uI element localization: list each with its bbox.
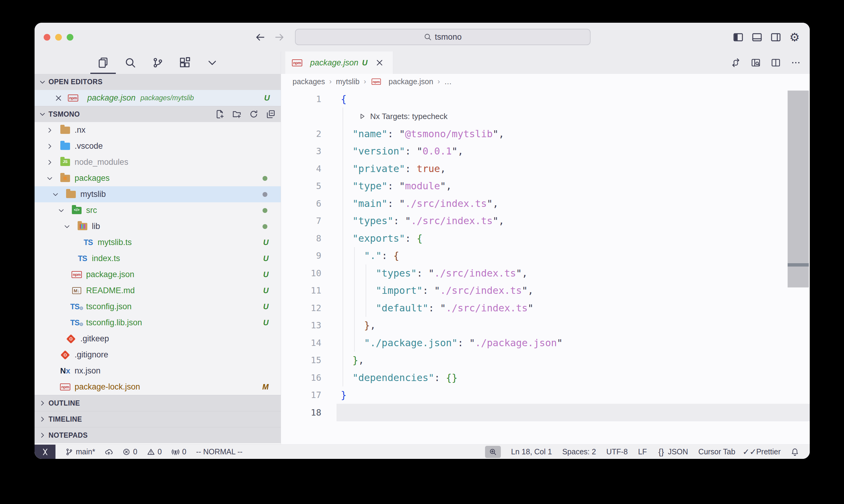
remote-indicator[interactable] <box>35 445 55 459</box>
settings-button[interactable]: ⚙ <box>789 32 800 43</box>
close-icon[interactable] <box>55 94 63 102</box>
open-preview-button[interactable] <box>751 58 761 68</box>
code-line-11[interactable]: 11 "import": "./src/index.ts", <box>281 282 810 300</box>
code-line-12[interactable]: 12 "default": "./src/index.ts" <box>281 299 810 317</box>
status-indentation[interactable]: Spaces: 2 <box>562 447 596 456</box>
tree-item-src[interactable]: </>src <box>35 202 281 218</box>
code-line-16[interactable]: 16 "dependencies": {} <box>281 369 810 386</box>
line-number[interactable]: 12 <box>281 303 341 313</box>
status-publish-changes[interactable] <box>105 448 113 456</box>
refresh-explorer-button[interactable] <box>249 110 258 119</box>
activity-explorer[interactable] <box>97 52 109 74</box>
code-line-1[interactable]: 1{ <box>281 90 810 108</box>
line-number[interactable]: 2 <box>281 129 341 139</box>
editor-scrollbar[interactable] <box>788 91 809 287</box>
activity-extensions[interactable] <box>179 52 191 74</box>
tree-item-.gitignore[interactable]: .gitignore <box>35 347 281 363</box>
command-center-search[interactable]: tsmono <box>295 29 590 45</box>
line-number[interactable]: 17 <box>281 390 341 400</box>
tree-item-.nx[interactable]: .nx <box>35 122 281 138</box>
panel-header-timeline[interactable]: TIMELINE <box>35 411 281 427</box>
collapse-folders-button[interactable] <box>266 110 275 119</box>
tab-package-json[interactable]: npm package.json U <box>285 52 393 74</box>
more-actions-button[interactable] <box>791 58 800 68</box>
line-number[interactable]: 7 <box>281 216 341 226</box>
code-line-4[interactable]: 4 "private": true, <box>281 160 810 178</box>
status-ports[interactable]: 0 <box>172 447 187 456</box>
line-number[interactable]: 14 <box>281 338 341 348</box>
status-warnings[interactable]: 0 <box>147 447 162 456</box>
status-git-branch[interactable]: main* <box>65 447 95 456</box>
code-line-14[interactable]: 14 "./package.json": "./package.json" <box>281 334 810 352</box>
toggle-secondary-sidebar-button[interactable] <box>770 32 781 43</box>
tree-item-tsconfig.lib.json[interactable]: TS⚙tsconfig.lib.jsonU <box>35 315 281 331</box>
workspace-header[interactable]: TSMONO <box>35 106 281 122</box>
activity-search[interactable] <box>124 52 136 74</box>
code-line-9[interactable]: 9 ".": { <box>281 247 810 265</box>
code-line-18[interactable]: 18 <box>281 404 810 421</box>
line-number[interactable]: 11 <box>281 285 341 295</box>
status-zoom-indicator[interactable] <box>485 446 501 458</box>
tree-item-index.ts[interactable]: TSindex.tsU <box>35 251 281 267</box>
code-line-17[interactable]: 17} <box>281 386 810 404</box>
tree-item-mytslib[interactable]: mytslib <box>35 186 281 202</box>
code-line-7[interactable]: 7 "types": "./src/index.ts", <box>281 212 810 230</box>
open-changes-button[interactable] <box>731 58 741 68</box>
code-line-3[interactable]: 3 "version": "0.0.1", <box>281 143 810 160</box>
status-formatter[interactable]: ✓✓Prettier <box>745 447 781 456</box>
breadcrumb-item[interactable]: mytslib <box>336 77 360 86</box>
code-line-13[interactable]: 13 }, <box>281 317 810 335</box>
code-line-10[interactable]: 10 "types": "./src/index.ts", <box>281 265 810 282</box>
code-line-2[interactable]: 2 "name": "@tsmono/mytslib", <box>281 125 810 143</box>
line-number[interactable]: 16 <box>281 373 341 383</box>
back-button[interactable] <box>255 32 265 43</box>
status-errors[interactable]: 0 <box>122 447 137 456</box>
new-folder-button[interactable] <box>232 110 241 119</box>
split-editor-button[interactable] <box>771 58 781 68</box>
status-encoding[interactable]: UTF-8 <box>606 447 628 456</box>
status-eol[interactable]: LF <box>638 447 647 456</box>
forward-button[interactable] <box>274 32 285 43</box>
status-cursor-position[interactable]: Ln 18, Col 1 <box>511 447 552 456</box>
toggle-panel-button[interactable] <box>752 32 762 43</box>
breadcrumb-item[interactable]: npmpackage.json <box>371 77 433 86</box>
code-line-8[interactable]: 8 "exports": { <box>281 230 810 247</box>
tree-item-node_modules[interactable]: JSnode_modules <box>35 154 281 170</box>
toggle-primary-sidebar-button[interactable] <box>733 32 744 43</box>
code-line-15[interactable]: 15 }, <box>281 352 810 369</box>
status-cursor-tab[interactable]: Cursor Tab <box>699 447 736 456</box>
tree-item-package.json[interactable]: npmpackage.jsonU <box>35 267 281 283</box>
zoom-button[interactable] <box>67 34 73 41</box>
tree-item-README.md[interactable]: M↓README.mdU <box>35 283 281 299</box>
tree-item-package-lock.json[interactable]: npmpackage-lock.jsonM <box>35 379 281 395</box>
codelens-nx-targets[interactable]: Nx Targets: typecheck <box>281 108 810 125</box>
line-number[interactable]: 15 <box>281 355 341 365</box>
line-number[interactable]: 8 <box>281 233 341 244</box>
activity-more-views[interactable] <box>206 52 218 74</box>
breadcrumb-item[interactable]: … <box>444 77 452 86</box>
line-number[interactable]: 9 <box>281 251 341 261</box>
close-button[interactable] <box>44 34 50 41</box>
tree-item-.gitkeep[interactable]: .gitkeep <box>35 331 281 347</box>
tree-item-tsconfig.json[interactable]: TS⚙tsconfig.jsonU <box>35 299 281 315</box>
panel-header-outline[interactable]: OUTLINE <box>35 395 281 411</box>
panel-header-notepads[interactable]: NOTEPADS <box>35 427 281 443</box>
code-line-5[interactable]: 5 "type": "module", <box>281 178 810 195</box>
tree-item-lib[interactable]: lib <box>35 218 281 234</box>
tree-item-.vscode[interactable]: .vscode <box>35 138 281 154</box>
line-number[interactable]: 3 <box>281 146 341 156</box>
line-number[interactable]: 4 <box>281 164 341 174</box>
activity-source-control[interactable] <box>152 52 164 74</box>
status-language-mode[interactable]: {}JSON <box>657 447 688 456</box>
tree-item-mytslib.ts[interactable]: TSmytslib.tsU <box>35 234 281 251</box>
breadcrumb-item[interactable]: packages <box>293 77 325 86</box>
line-number[interactable]: 10 <box>281 268 341 278</box>
status-notifications-bell[interactable] <box>791 448 799 456</box>
line-number[interactable]: 13 <box>281 320 341 330</box>
open-editors-header[interactable]: OPEN EDITORS <box>35 74 281 90</box>
line-number[interactable]: 6 <box>281 198 341 209</box>
status-vim-mode[interactable]: -- NORMAL -- <box>196 447 243 456</box>
minimize-button[interactable] <box>55 34 62 41</box>
code-line-6[interactable]: 6 "main": "./src/index.ts", <box>281 195 810 212</box>
line-number[interactable]: 18 <box>281 408 341 418</box>
